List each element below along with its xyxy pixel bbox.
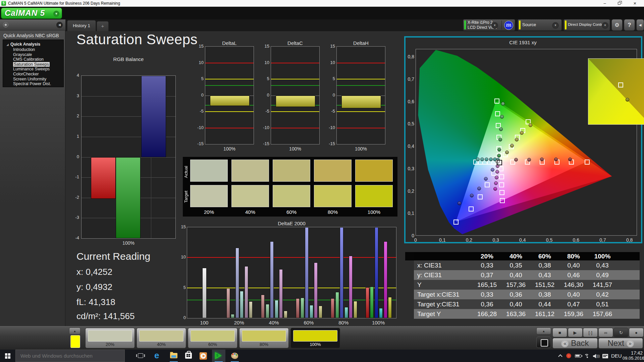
deltaL-ytick: -10 — [194, 125, 204, 130]
speaker-icon[interactable]: ))) — [593, 354, 599, 358]
deltae-bar — [366, 287, 369, 318]
table-cell: 0,40 — [501, 299, 530, 309]
source-dropdown[interactable]: Source ▼ — [518, 19, 562, 31]
table-cell: 0,36 — [501, 290, 530, 299]
cie-measured-point — [497, 154, 501, 158]
meter-count-badge: 231 — [504, 21, 513, 30]
sidebar-item-colorchecker[interactable]: ColorChecker — [3, 72, 63, 77]
refresh-button[interactable]: ↻ — [613, 328, 628, 337]
media-player-button[interactable] — [197, 350, 210, 362]
rgb-ytick: -3 — [70, 215, 79, 220]
single-measure-button[interactable]: [·] — [583, 328, 598, 337]
clock[interactable]: 17:42 09.05.2016 — [623, 350, 643, 361]
cie-1931-panel[interactable]: CIE 1931 xy 00,10,20,30,40,50,60,70,800,… — [404, 36, 642, 243]
display-control-dropdown[interactable]: Direct Display Control ▼ — [564, 19, 610, 31]
swatch-panel-expand-button[interactable]: ▲ — [69, 327, 80, 335]
rgb-bar-green — [116, 157, 141, 239]
play-button[interactable]: ▶ — [568, 328, 583, 337]
start-button[interactable] — [0, 350, 15, 362]
pattern-button-100%[interactable]: 100% — [290, 328, 340, 348]
action-center-icon[interactable] — [602, 354, 608, 358]
cie-ytick: 0 — [406, 233, 414, 238]
table-cell: 159,36 — [559, 309, 588, 319]
deltae-limit-line — [187, 288, 396, 288]
deltae-bar — [310, 305, 313, 318]
table-row: x: CIE310,330,350,380,400,43 — [414, 260, 640, 270]
table-row-label: Target y:CIE31 — [414, 299, 473, 309]
wifi-icon[interactable] — [584, 354, 590, 359]
pattern-button-40%[interactable]: 40% — [137, 328, 186, 348]
calman-icon: 5 — [215, 352, 222, 359]
deltae-ytick: 0 — [176, 315, 186, 320]
next-button[interactable]: Next » — [598, 338, 643, 349]
calman-logo-button[interactable]: CalMAN 5 ▼ — [1, 8, 62, 19]
cie-ytick: 0,1 — [406, 210, 414, 216]
sidebar-item-saturation-sweeps[interactable]: Saturation Sweeps — [3, 62, 63, 67]
minimize-button[interactable]: – — [600, 1, 610, 6]
sidebar-item-screen-uniformity[interactable]: Screen Uniformity — [3, 77, 63, 82]
pattern-button-60%[interactable]: 60% — [188, 328, 237, 348]
help-button[interactable]: ? — [624, 19, 635, 31]
settings-button[interactable]: ⚙ — [611, 19, 623, 31]
sidebar-item-cms-calibration[interactable]: CMS Calibration — [3, 57, 63, 62]
cie-target-square — [498, 166, 503, 171]
table-cell: 141,57 — [588, 280, 617, 290]
close-button[interactable]: × — [630, 1, 640, 6]
deltaL-title: DeltaL — [205, 40, 254, 46]
file-explorer-button[interactable] — [167, 350, 180, 362]
pattern-window-button[interactable] — [536, 337, 551, 348]
cie-1931-title: CIE 1931 xy — [406, 40, 640, 45]
table-cell: 0,40 — [501, 270, 530, 280]
task-view-button[interactable] — [134, 350, 148, 362]
calman-taskbar-button[interactable]: 5 — [212, 350, 225, 362]
tree-root-quick-analysis[interactable]: ◢Quick Analysis — [3, 42, 63, 47]
back-button[interactable]: « Back — [552, 338, 598, 349]
cie-xtick: 0,4 — [519, 237, 527, 243]
transport-expand-button[interactable]: ▲ — [536, 327, 551, 335]
tray-app-icon[interactable] — [566, 353, 571, 358]
panel-collapse-button[interactable]: ◀ — [636, 19, 644, 31]
pattern-button-80%[interactable]: 80% — [239, 328, 289, 348]
table-row-label: Target x:CIE31 — [414, 290, 473, 299]
deltaL-ytick: 5 — [194, 76, 204, 81]
table-cell: 0,35 — [501, 260, 530, 270]
deltaC-ytick: -5 — [260, 109, 269, 114]
record-button[interactable]: ● — [629, 328, 644, 337]
continuous-measure-button[interactable]: ∞ — [598, 328, 613, 337]
cie-ytick: 0,7 — [406, 76, 414, 82]
taskbar-search-input[interactable] — [15, 350, 125, 362]
edge-browser-button[interactable]: e — [152, 350, 165, 362]
sidebar-item-spectral-power-dist-[interactable]: Spectral Power Dist. — [3, 81, 63, 86]
sidebar-item-luminance-sweeps[interactable]: Luminance Sweeps — [3, 67, 63, 72]
current-reading-value: x: 0,4252 — [76, 267, 112, 277]
tray-chevron-up-icon[interactable] — [558, 354, 562, 359]
deltaC-limit-line — [271, 85, 319, 86]
deltaC-plot — [271, 46, 320, 144]
deltae-limit-line — [187, 257, 396, 258]
deltaH-ytick: -10 — [326, 125, 335, 130]
paint-app-button[interactable] — [228, 350, 241, 362]
deltaC-limit-line — [271, 63, 319, 63]
help-icon: ? — [628, 22, 631, 28]
deltaC-title: DeltaC — [271, 40, 320, 46]
sidebar-item-grayscale[interactable]: Grayscale — [3, 52, 63, 57]
table-cell: 157,66 — [588, 309, 617, 319]
stop-button[interactable]: ■ — [552, 328, 567, 337]
restore-button[interactable] — [614, 1, 625, 6]
deltae-group-label: 40% — [257, 320, 291, 326]
tab-add-button[interactable]: + — [97, 21, 109, 31]
table-cell: 163,36 — [501, 309, 530, 319]
tab-history-1[interactable]: History 1 — [67, 20, 96, 31]
meter-dropdown[interactable]: X-Rite i1Pro 2LCD Direct View ▼ 231 — [463, 19, 515, 31]
table-corner-cell — [405, 252, 414, 260]
sidebar-collapse-button[interactable]: ◀ — [56, 22, 63, 28]
sidebar-item-introduction[interactable]: Introduction — [3, 47, 63, 52]
rgb-balance-title: RGB Balance — [81, 56, 176, 62]
battery-icon[interactable] — [575, 354, 581, 358]
table-header-40%: 40% — [501, 252, 530, 260]
pattern-button-20%[interactable]: 20% — [85, 328, 135, 348]
windows-store-button[interactable] — [182, 350, 195, 362]
cie-inset-measured-marker — [626, 98, 629, 102]
language-indicator[interactable]: DEU — [611, 353, 622, 359]
cie-ytick: 0,8 — [406, 54, 414, 59]
